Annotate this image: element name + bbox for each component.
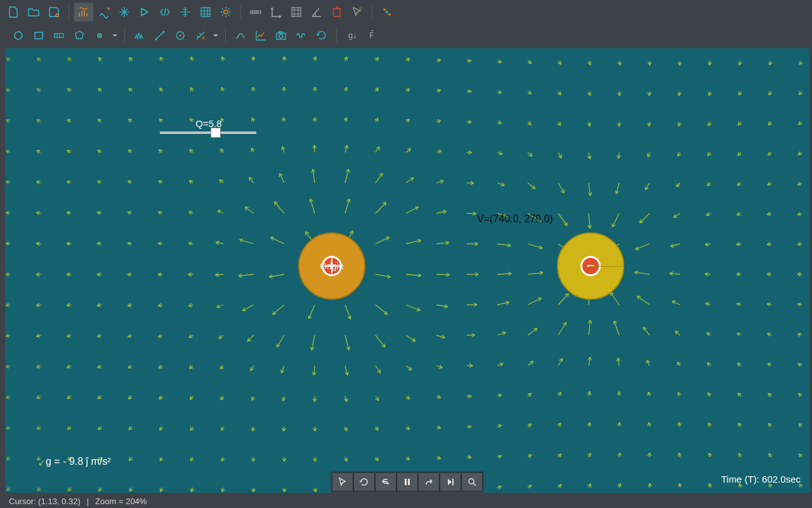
pause-button[interactable] <box>396 472 418 491</box>
svg-line-1207 <box>498 486 502 486</box>
svg-line-348 <box>6 181 10 182</box>
measure-tool-icon[interactable]: A <box>191 26 210 45</box>
point-tool-icon[interactable] <box>90 26 109 45</box>
table-icon[interactable] <box>196 3 215 22</box>
svg-line-741 <box>705 302 709 303</box>
force-f-icon[interactable]: F̄ <box>362 26 381 45</box>
svg-line-300 <box>347 145 348 149</box>
redo-button[interactable] <box>418 472 440 491</box>
dropdown-arrow-icon[interactable] <box>110 26 119 45</box>
origin-cross-icon <box>324 258 339 274</box>
svg-line-1156 <box>799 454 800 458</box>
svg-line-1000 <box>37 429 41 429</box>
svg-line-802 <box>502 332 506 333</box>
svg-line-1020 <box>252 427 252 431</box>
status-separator: | <box>87 497 89 506</box>
svg-line-627 <box>387 277 390 278</box>
separator <box>336 29 337 43</box>
svg-line-383 <box>376 173 383 183</box>
ruler-h-icon[interactable] <box>246 3 265 22</box>
svg-line-396 <box>501 185 505 186</box>
svg-line-805 <box>534 328 537 329</box>
wall-tool-icon[interactable] <box>49 26 69 45</box>
camera-tool-icon[interactable] <box>272 26 291 45</box>
gravity-g-icon[interactable]: g↓ <box>342 26 361 45</box>
pointer-help-icon[interactable]: ? <box>348 3 367 22</box>
grid-icon[interactable] <box>287 3 306 22</box>
svg-line-462 <box>350 199 350 203</box>
slider-thumb[interactable] <box>211 128 221 138</box>
simulation-canvas[interactable]: Q=5.8 + Origin − V=(740.0, 279.0) ↙ g = … <box>5 48 809 493</box>
svg-line-307 <box>407 149 411 149</box>
svg-line-174 <box>709 92 709 96</box>
settings-gear-icon[interactable] <box>216 3 235 22</box>
svg-line-1069 <box>738 423 739 427</box>
svg-line-536 <box>270 237 284 244</box>
pointer-button[interactable] <box>332 472 353 491</box>
vector-field-icon[interactable] <box>74 3 93 22</box>
svg-line-249 <box>648 123 649 126</box>
axes-icon[interactable] <box>266 3 285 22</box>
svg-line-49 <box>252 57 253 60</box>
circle-tool-icon[interactable] <box>9 26 28 45</box>
line-tool-icon[interactable] <box>150 26 169 45</box>
rotate-tool-icon[interactable] <box>312 26 331 45</box>
spring-tool-icon[interactable] <box>130 26 149 45</box>
svg-point-6 <box>15 32 22 39</box>
alignment-icon[interactable] <box>115 3 134 22</box>
svg-line-541 <box>306 232 306 236</box>
rectangle-tool-icon[interactable] <box>29 26 48 45</box>
angle-icon[interactable] <box>307 3 326 22</box>
svg-line-1137 <box>620 453 621 456</box>
svg-line-1119 <box>437 458 441 459</box>
svg-line-315 <box>499 154 502 155</box>
svg-line-1144 <box>678 453 679 457</box>
svg-line-310 <box>438 150 442 150</box>
svg-line-488 <box>612 213 619 227</box>
svg-line-46 <box>221 57 222 60</box>
path-tool-icon[interactable] <box>292 26 311 45</box>
svg-line-508 <box>797 215 801 215</box>
svg-line-171 <box>678 92 679 96</box>
positive-charge[interactable]: + Origin <box>298 232 365 300</box>
gravity-arrow-icon: ↙ <box>38 457 46 467</box>
zoom-button[interactable] <box>461 472 483 491</box>
charge-slider[interactable]: Q=5.8 <box>160 118 256 134</box>
save-file-icon[interactable] <box>44 3 63 22</box>
effects-icon[interactable] <box>377 3 396 22</box>
step-forward-button[interactable] <box>440 472 461 491</box>
open-file-icon[interactable] <box>24 3 43 22</box>
svg-point-11 <box>155 39 157 41</box>
play-icon[interactable] <box>135 3 154 22</box>
svg-line-901 <box>678 362 678 366</box>
reset-button[interactable] <box>353 472 375 491</box>
dropdown-arrow-icon[interactable] <box>211 26 220 45</box>
svg-line-744 <box>737 303 740 304</box>
orbit-tool-icon[interactable] <box>171 26 190 45</box>
trace-tool-icon[interactable] <box>231 26 250 45</box>
svg-line-1045 <box>498 425 502 425</box>
svg-line-153 <box>498 93 502 93</box>
svg-text:A: A <box>202 36 205 40</box>
undo-button[interactable] <box>375 472 396 491</box>
svg-line-957 <box>437 398 441 398</box>
function-icon[interactable] <box>95 3 114 22</box>
graph-tool-icon[interactable] <box>251 26 270 45</box>
svg-line-467 <box>406 207 419 213</box>
svg-line-72 <box>498 62 502 63</box>
new-file-icon[interactable] <box>4 3 23 22</box>
svg-line-580 <box>705 245 709 246</box>
svg-line-1033 <box>377 427 378 431</box>
svg-rect-1239 <box>408 479 410 485</box>
status-bar: Cursor: (1.13, 0.32) | Zoom = 204% <box>0 494 812 508</box>
svg-line-441 <box>128 211 131 212</box>
polygon-tool-icon[interactable] <box>70 26 89 45</box>
slider-track[interactable] <box>160 131 256 134</box>
svg-line-721 <box>506 301 509 302</box>
svg-point-15 <box>183 35 185 36</box>
delete-icon[interactable] <box>327 3 346 22</box>
code-icon[interactable] <box>155 3 174 22</box>
svg-line-121 <box>160 88 160 91</box>
svg-line-1114 <box>377 457 378 461</box>
snap-icon[interactable] <box>176 3 195 22</box>
